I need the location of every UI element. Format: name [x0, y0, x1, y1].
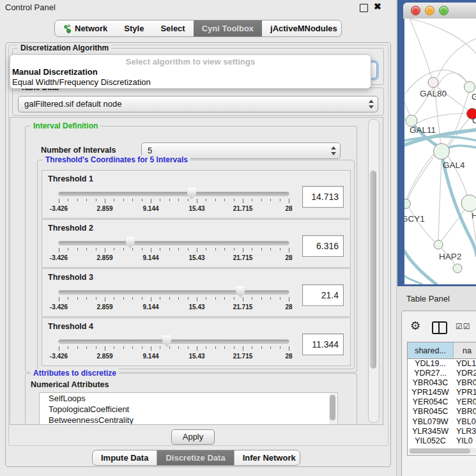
table-header-row: shared... na — [408, 342, 476, 359]
table-row[interactable]: YDR27...YDR2 — [408, 369, 476, 378]
attribute-list-item[interactable]: TopologicalCoefficient — [40, 404, 337, 415]
threshold-value-field[interactable]: 21.4 — [302, 284, 344, 306]
threshold-value-field[interactable]: 14.713 — [302, 186, 344, 208]
slider-tick — [114, 297, 114, 300]
select-columns-icon[interactable]: ☑☑ — [456, 322, 471, 331]
number-of-intervals-label: Number of Intervals — [41, 146, 116, 155]
minimize-traffic-light-icon[interactable] — [425, 6, 434, 15]
network-node-label: HAP2 — [439, 252, 461, 261]
network-canvas[interactable]: GAL80GACGAL11GAL4GCY1HHAP2 — [404, 19, 476, 284]
settings-scrollbar[interactable] — [368, 119, 380, 423]
close-traffic-light-icon[interactable] — [411, 6, 420, 15]
tab-jactivemnodules[interactable]: jActiveMNodules — [262, 20, 342, 36]
slider-tick — [261, 248, 262, 250]
slider-thumb[interactable] — [126, 237, 135, 249]
threshold-value-field[interactable]: 6.316 — [302, 235, 344, 257]
network-node[interactable] — [434, 144, 450, 160]
slider-tick — [215, 346, 216, 349]
network-node-label: GCY1 — [404, 214, 425, 224]
numerical-attributes-label: Numerical Attributes — [31, 380, 109, 389]
slider-tick-label: -3.426 — [50, 353, 68, 360]
cell-shared-name: YBR045C — [408, 407, 453, 417]
scrollbar-thumb[interactable] — [370, 171, 376, 369]
network-node[interactable] — [453, 264, 462, 273]
float-window-icon[interactable] — [360, 4, 368, 12]
table-data-combobox[interactable]: galFiltered.sif default node — [18, 96, 378, 112]
attribute-list-item[interactable]: SelfLoops — [40, 393, 337, 404]
slider-tick — [142, 297, 142, 300]
tab-label: Select — [160, 24, 185, 33]
slider-track[interactable] — [59, 340, 289, 343]
dropdown-option-manual[interactable]: Manual Discretization — [12, 67, 98, 77]
slider-thumb[interactable] — [162, 335, 171, 347]
tab-style[interactable]: Style — [116, 20, 152, 36]
table-row[interactable]: YPR145WYPR1 — [408, 388, 476, 397]
scrollbar-thumb[interactable] — [410, 449, 470, 454]
table-row[interactable]: YER054CYER0 — [408, 397, 476, 407]
cell-shared-name: YBR043C — [408, 378, 453, 388]
threshold-slider[interactable]: -3.4262.8599.14415.4321.71528 — [59, 335, 289, 364]
slider-tick — [197, 248, 197, 252]
network-node[interactable] — [464, 82, 475, 93]
close-icon[interactable]: ✖ — [374, 1, 381, 12]
attribute-list-item[interactable]: BetweennessCentrality — [40, 415, 337, 425]
tab-discretize-data[interactable]: Discretize Data — [157, 450, 233, 465]
table-horizontal-scrollbar[interactable] — [408, 448, 476, 454]
tab-infer-network[interactable]: Infer Network — [234, 450, 300, 465]
slider-tick — [142, 248, 142, 250]
gear-icon[interactable]: ⚙ — [410, 319, 420, 332]
column-header-shared-name[interactable]: shared... — [408, 342, 454, 358]
tab-select[interactable]: Select — [152, 20, 193, 36]
dropdown-option-equal-width[interactable]: Equal Width/Frequency Discretization — [12, 77, 151, 87]
table-row[interactable]: YBR045CYBR0 — [408, 407, 476, 417]
slider-tick — [243, 297, 243, 302]
slider-tick — [151, 199, 151, 203]
tab-network[interactable]: Network — [55, 20, 116, 36]
slider-track[interactable] — [59, 242, 289, 245]
slider-track[interactable] — [59, 291, 289, 294]
slider-tick — [132, 346, 133, 349]
list-scrollbar[interactable] — [329, 394, 337, 425]
threshold-value-field[interactable]: 11.344 — [302, 334, 344, 355]
tab-label: jActiveMNodules — [270, 24, 337, 33]
table-row[interactable]: YLR345WYLR3 — [408, 427, 476, 436]
slider-track[interactable] — [59, 192, 289, 196]
slider-tick — [59, 248, 59, 252]
slider-tick — [86, 199, 87, 201]
column-header-name[interactable]: na — [454, 342, 476, 358]
network-node-label: GAL80 — [420, 89, 447, 98]
apply-button[interactable]: Apply — [171, 429, 215, 445]
slider-tick — [132, 199, 133, 201]
table-row[interactable]: YIL052CYIL0 — [408, 436, 476, 446]
slider-tick — [206, 346, 206, 349]
network-node[interactable] — [428, 77, 438, 88]
cell-shared-name: YER054C — [408, 397, 453, 407]
slider-tick — [289, 248, 289, 252]
network-node[interactable] — [404, 199, 411, 209]
tab-impute-data[interactable]: Impute Data — [93, 450, 157, 465]
threshold-slider[interactable]: -3.4262.8599.14415.4321.71528 — [59, 236, 289, 266]
slider-tick — [86, 297, 87, 300]
slider-thumb[interactable] — [236, 286, 245, 298]
tab-cyni-toolbox[interactable]: Cyni Toolbox — [194, 20, 262, 36]
slider-tick-label: 28 — [285, 254, 292, 261]
cell-name: YIL0 — [453, 436, 476, 446]
slider-thumb[interactable] — [187, 188, 196, 199]
table-row[interactable]: YBR043CYBR0 — [408, 378, 476, 388]
slider-tick — [289, 199, 289, 203]
network-node[interactable] — [434, 240, 443, 249]
zoom-traffic-light-icon[interactable] — [439, 6, 449, 15]
cell-name: YER0 — [453, 397, 476, 407]
table-row[interactable]: YBL079WYBL0 — [408, 417, 476, 427]
slider-tick — [68, 199, 68, 201]
network-node[interactable] — [461, 195, 476, 211]
attributes-list[interactable]: SelfLoopsTopologicalCoefficientBetweenne… — [39, 392, 338, 425]
slider-tick — [289, 346, 289, 351]
table-row[interactable]: YDL19...YDL1 — [408, 359, 476, 369]
network-window-titlebar[interactable] — [403, 3, 476, 19]
column-layout-icon[interactable] — [432, 321, 447, 334]
threshold-slider[interactable]: -3.4262.8599.14415.4321.71528 — [59, 286, 289, 315]
slider-tick — [178, 248, 179, 250]
threshold-slider[interactable]: -3.4262.8599.14415.4321.71528 — [59, 187, 289, 217]
cell-shared-name: YBL079W — [408, 417, 453, 427]
